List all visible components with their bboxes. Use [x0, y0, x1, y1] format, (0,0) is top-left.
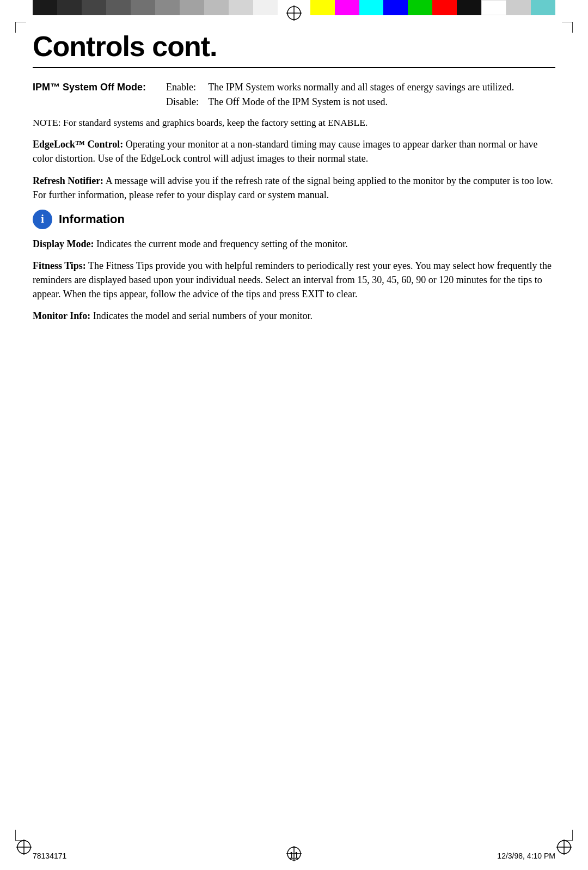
- swatch-10: [253, 0, 278, 15]
- enable-label: Enable:: [166, 80, 208, 95]
- title-divider: [33, 67, 555, 68]
- swatch-cyan: [359, 0, 384, 15]
- main-content: IPM™ System Off Mode: Enable: The IPM Sy…: [33, 80, 555, 330]
- display-mode-bold: Display Mode:: [33, 238, 94, 249]
- swatch-magenta: [335, 0, 359, 15]
- ipm-empty: [33, 95, 166, 109]
- swatch-1: [33, 0, 57, 15]
- swatch-lgray: [506, 0, 531, 15]
- corner-mark-tr: [562, 22, 573, 35]
- edgelock-bold: EdgeLock™ Control:: [33, 139, 123, 150]
- swatch-3: [82, 0, 106, 15]
- ipm-label: IPM™ System Off Mode:: [33, 80, 166, 95]
- ipm-row: IPM™ System Off Mode: Enable: The IPM Sy…: [33, 80, 555, 95]
- monitor-info-para: Monitor Info: Indicates the model and se…: [33, 309, 555, 323]
- swatch-2: [57, 0, 82, 15]
- information-heading: i Information: [33, 210, 555, 229]
- ipm-note: NOTE: For standard systems and graphics …: [33, 116, 555, 130]
- information-icon: i: [33, 210, 52, 229]
- swatch-5: [131, 0, 155, 15]
- swatch-blue: [383, 0, 408, 15]
- fitness-tips-text: The Fitness Tips provide you with helpfu…: [33, 260, 552, 299]
- crosshair-bl: [15, 838, 33, 858]
- refresh-para: Refresh Notifier: A message will advise …: [33, 174, 555, 202]
- swatch-yellow: [310, 0, 335, 15]
- monitor-info-text: Indicates the model and serial numbers o…: [90, 310, 313, 321]
- swatch-6: [155, 0, 180, 15]
- disable-label: Disable:: [166, 95, 208, 109]
- refresh-bold: Refresh Notifier:: [33, 175, 103, 186]
- crosshair-bottom-center: [285, 845, 303, 865]
- swatch-white: [481, 0, 507, 15]
- refresh-text: A message will advise you if the refresh…: [33, 175, 553, 200]
- swatch-red: [432, 0, 457, 15]
- ipm-section: IPM™ System Off Mode: Enable: The IPM Sy…: [33, 80, 555, 109]
- enable-text: The IPM System works normally and all st…: [208, 80, 555, 95]
- ipm-disable-row: Disable: The Off Mode of the IPM System …: [33, 95, 555, 109]
- swatch-9: [229, 0, 253, 15]
- swatch-4: [106, 0, 131, 15]
- disable-text: The Off Mode of the IPM System is not us…: [208, 95, 555, 109]
- footer-right: 12/3/98, 4:10 PM: [497, 851, 555, 860]
- ipm-table: IPM™ System Off Mode: Enable: The IPM Sy…: [33, 80, 555, 109]
- fitness-tips-bold: Fitness Tips:: [33, 260, 86, 271]
- swatch-7: [180, 0, 204, 15]
- page-title: Controls cont.: [33, 30, 555, 63]
- color-bar-right: [310, 0, 555, 15]
- color-bar-left: [33, 0, 278, 15]
- display-mode-para: Display Mode: Indicates the current mode…: [33, 237, 555, 251]
- crosshair-top: [285, 4, 303, 22]
- swatch-black: [457, 0, 481, 15]
- footer-left: 78134171: [33, 851, 66, 860]
- crosshair-br: [555, 838, 573, 858]
- page-content: Controls cont. IPM™ System Off Mode: Ena…: [33, 30, 555, 840]
- edgelock-para: EdgeLock™ Control: Operating your monito…: [33, 137, 555, 166]
- display-mode-text: Indicates the current mode and frequency…: [94, 238, 348, 249]
- swatch-8: [204, 0, 229, 15]
- swatch-teal: [531, 0, 555, 15]
- corner-mark-tl: [15, 22, 26, 35]
- swatch-green: [408, 0, 432, 15]
- information-label: Information: [59, 211, 125, 228]
- monitor-info-bold: Monitor Info:: [33, 310, 90, 321]
- fitness-tips-para: Fitness Tips: The Fitness Tips provide y…: [33, 259, 555, 301]
